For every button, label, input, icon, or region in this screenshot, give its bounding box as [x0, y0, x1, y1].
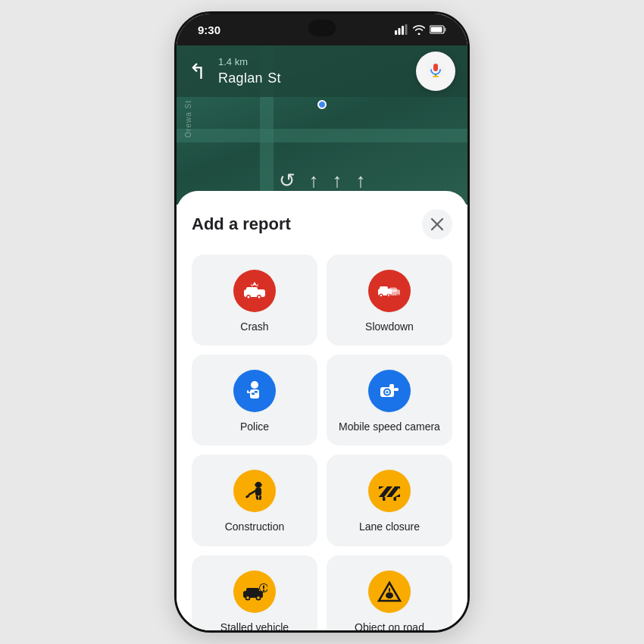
- svg-rect-67: [389, 588, 390, 592]
- svg-rect-52: [383, 497, 386, 501]
- map-side-street-label: Orewa St: [184, 100, 192, 138]
- map-area: ↰ 1.4 km Raglan St: [177, 45, 467, 205]
- svg-rect-49: [258, 496, 261, 500]
- mic-button[interactable]: [416, 52, 455, 91]
- report-item-object-on-road[interactable]: Object on road: [327, 555, 452, 633]
- report-grid: Crash: [192, 255, 452, 633]
- close-button[interactable]: [422, 209, 452, 239]
- svg-point-29: [396, 294, 399, 297]
- report-item-slowdown[interactable]: Slowdown: [327, 255, 452, 345]
- nav-arrow-up1: ↑: [309, 169, 319, 192]
- report-title: Add a report: [192, 214, 291, 234]
- police-icon: [243, 380, 266, 402]
- crash-icon: [242, 280, 267, 302]
- speed-camera-label: Mobile speed camera: [339, 420, 440, 433]
- svg-rect-3: [405, 24, 408, 35]
- svg-rect-63: [263, 585, 264, 589]
- police-label: Police: [240, 420, 269, 433]
- status-time: 9:30: [198, 23, 220, 36]
- svg-point-40: [386, 391, 389, 393]
- map-location-dot: [317, 100, 327, 109]
- svg-point-23: [380, 295, 382, 296]
- nav-header: ↰ 1.4 km Raglan St: [177, 45, 467, 97]
- stalled-vehicle-icon-circle: [233, 571, 276, 613]
- svg-marker-19: [251, 282, 258, 286]
- nav-label: 1.4 km Raglan St: [218, 56, 281, 87]
- turn-arrow-icon: ↰: [189, 59, 206, 84]
- report-item-stalled-vehicle[interactable]: Stalled vehicle: [192, 555, 317, 633]
- map-nav-arrows: ↺ ↑ ↑ ↑: [177, 169, 467, 192]
- svg-rect-41: [389, 384, 394, 389]
- svg-rect-42: [394, 388, 399, 391]
- construction-label: Construction: [225, 520, 285, 533]
- report-item-police[interactable]: Police: [192, 355, 317, 445]
- crash-icon-circle: [233, 270, 276, 312]
- svg-rect-2: [402, 26, 404, 35]
- map-road-h: [177, 129, 467, 142]
- wifi-icon: [413, 25, 425, 35]
- object-icon-circle: [368, 571, 411, 613]
- svg-rect-1: [399, 28, 401, 35]
- close-icon: [430, 217, 444, 231]
- nav-arrow-up2: ↑: [333, 169, 342, 192]
- svg-rect-45: [255, 488, 261, 496]
- svg-rect-36: [247, 390, 249, 392]
- svg-point-16: [248, 296, 250, 299]
- lane-closure-icon-circle: [368, 470, 411, 512]
- report-panel: Add a report: [177, 191, 467, 633]
- report-item-crash[interactable]: Crash: [192, 255, 317, 345]
- police-icon-circle: [233, 370, 276, 412]
- svg-rect-14: [246, 287, 258, 293]
- speed-camera-icon-circle: [368, 370, 411, 412]
- report-item-construction[interactable]: Construction: [192, 455, 317, 546]
- nav-arrow-up3: ↑: [356, 169, 366, 192]
- svg-rect-56: [246, 588, 259, 594]
- nav-street: Raglan St: [218, 67, 281, 87]
- svg-rect-33: [252, 391, 255, 393]
- svg-point-60: [257, 596, 260, 599]
- svg-point-28: [389, 294, 392, 297]
- svg-rect-5: [445, 28, 446, 32]
- svg-rect-0: [395, 30, 397, 35]
- report-item-lane-closure[interactable]: Lane closure: [327, 455, 452, 546]
- notch: [308, 20, 336, 36]
- svg-rect-21: [380, 286, 388, 292]
- speed-camera-icon: [377, 380, 402, 402]
- svg-rect-34: [255, 393, 258, 395]
- svg-rect-44: [255, 484, 262, 486]
- lane-closure-icon: [377, 480, 402, 502]
- lane-closure-label: Lane closure: [359, 520, 420, 533]
- stalled-vehicle-icon: [242, 581, 267, 602]
- report-header: Add a report: [192, 209, 452, 239]
- object-on-road-label: Object on road: [355, 621, 424, 633]
- construction-icon: [243, 480, 266, 502]
- nav-arrow-left: ↺: [279, 169, 295, 192]
- mic-icon: [426, 60, 445, 83]
- slowdown-icon-circle: [368, 270, 411, 312]
- report-item-speed-camera[interactable]: Mobile speed camera: [327, 355, 452, 445]
- stalled-vehicle-label: Stalled vehicle: [220, 621, 289, 633]
- svg-rect-8: [433, 64, 438, 71]
- crash-label: Crash: [240, 320, 268, 333]
- battery-icon: [430, 25, 446, 34]
- construction-icon-circle: [233, 470, 276, 512]
- phone-frame: 9:30: [174, 11, 470, 633]
- slowdown-icon: [377, 281, 402, 301]
- signal-icon: [395, 24, 408, 35]
- svg-point-64: [263, 589, 264, 591]
- svg-point-30: [251, 381, 258, 389]
- status-icons: [395, 24, 446, 35]
- nav-distance: 1.4 km: [218, 56, 281, 67]
- status-bar: 9:30: [177, 14, 467, 45]
- svg-rect-53: [394, 497, 397, 501]
- svg-rect-27: [389, 288, 397, 292]
- object-on-road-icon: [377, 580, 402, 603]
- slowdown-label: Slowdown: [365, 320, 414, 333]
- svg-point-18: [258, 296, 261, 299]
- svg-rect-48: [255, 496, 258, 501]
- svg-rect-6: [431, 27, 442, 33]
- svg-point-58: [246, 596, 249, 599]
- svg-point-68: [389, 592, 391, 595]
